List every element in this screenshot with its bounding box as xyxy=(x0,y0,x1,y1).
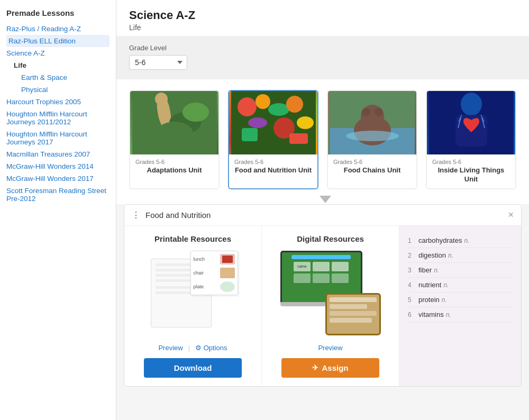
vocab-item: 4 nutrient n. xyxy=(408,278,513,293)
sidebar-item-physical[interactable]: Physical xyxy=(6,84,110,96)
sidebar-item-raz-plus[interactable]: Raz-Plus / Reading A-Z xyxy=(6,23,110,35)
digital-actions: Preview xyxy=(318,344,342,352)
vocab-item: 5 protein n. xyxy=(408,293,513,307)
book-info-food-chains: Grades 5-6 Food Chains Unit xyxy=(328,154,416,179)
sidebar-item-scott[interactable]: Scott Foresman Reading Street Pre-2012 xyxy=(6,185,110,205)
printable-actions: Preview | ⚙ Options xyxy=(158,344,227,352)
vocab-word: carbohydrates xyxy=(418,236,462,244)
svg-point-9 xyxy=(268,103,289,116)
drag-handle-icon[interactable]: ⋮ xyxy=(132,210,140,220)
gear-icon: ⚙ xyxy=(195,344,202,352)
arrow-indicator xyxy=(320,196,331,203)
page-subtitle: Life xyxy=(129,23,516,32)
vocab-num: 6 xyxy=(408,311,418,318)
vocab-pos: n. xyxy=(442,296,447,304)
svg-point-21 xyxy=(375,108,383,116)
book-card-food-nutrition[interactable]: Grades 5-6 Food and Nutrition Unit xyxy=(228,90,318,189)
digital-preview-link[interactable]: Preview xyxy=(318,344,342,352)
book-card-inside-living[interactable]: Grades 5-6 Inside Living Things Unit xyxy=(426,90,516,189)
vocab-word: nutrient xyxy=(418,281,441,289)
book-grade-4: Grades 5-6 xyxy=(432,159,510,165)
detail-title: Food and Nutrition xyxy=(145,211,508,220)
vocab-word: fiber xyxy=(418,266,432,274)
detail-header: ⋮ Food and Nutrition × xyxy=(124,205,521,226)
detail-panel: ⋮ Food and Nutrition × Printable Resourc… xyxy=(124,204,522,387)
vocab-pos: n. xyxy=(446,311,451,318)
download-button[interactable]: Download xyxy=(144,358,242,378)
vocab-item: 3 fiber n. xyxy=(408,263,513,278)
vocab-pos: n. xyxy=(464,237,469,244)
book-grade-3: Grades 5-6 xyxy=(333,159,411,165)
book-card-adaptations[interactable]: Grades 5-6 Adaptations Unit xyxy=(129,90,220,189)
assign-icon: ✈ xyxy=(312,363,318,372)
detail-body: Printable Resources xyxy=(124,226,521,386)
svg-point-5 xyxy=(156,122,193,145)
sidebar-item-hmh2011[interactable]: Houghton Mifflin Harcourt Journeys 2011/… xyxy=(6,108,110,128)
vocab-num: 5 xyxy=(408,296,418,304)
svg-point-10 xyxy=(286,96,303,113)
svg-rect-14 xyxy=(242,128,258,141)
vocab-num: 3 xyxy=(408,267,418,274)
svg-point-8 xyxy=(256,94,270,109)
vocabulary-col: 1 carbohydrates n. 2 digestion n. 3 fibe… xyxy=(399,226,521,386)
book-image-food-nutrition xyxy=(229,91,317,154)
main-content: Science A-Z Life Grade Level K-1 2-3 4 5… xyxy=(116,0,529,420)
vocab-pos: n. xyxy=(434,267,439,274)
svg-point-13 xyxy=(297,116,314,129)
main-header: Science A-Z Life xyxy=(116,0,529,36)
vocab-pos: n. xyxy=(448,252,453,259)
sidebar-item-harcourt[interactable]: Harcourt Trophies 2005 xyxy=(6,96,110,108)
assign-button[interactable]: ✈ Assign xyxy=(281,358,379,378)
vocab-word: digestion xyxy=(418,251,446,259)
close-icon[interactable]: × xyxy=(508,210,514,220)
book-info-inside-living: Grades 5-6 Inside Living Things Unit xyxy=(427,154,515,188)
svg-marker-30 xyxy=(320,196,331,203)
vocab-item: 1 carbohydrates n. xyxy=(408,233,513,248)
vocab-num: 2 xyxy=(408,252,418,259)
book-title-inside-living: Inside Living Things Unit xyxy=(432,166,510,184)
printable-preview-link[interactable]: Preview xyxy=(158,344,183,352)
book-card-food-chains[interactable]: Grades 5-6 Food Chains Unit xyxy=(327,90,417,189)
printable-preview-image: lunch chair plate xyxy=(148,251,238,335)
grade-select[interactable]: K-1 2-3 4 5-6 7-8 xyxy=(129,55,187,70)
page-title: Science A-Z xyxy=(129,8,516,22)
vocab-item: 6 vitamins n. xyxy=(408,307,513,322)
sidebar-item-science-az[interactable]: Science A-Z xyxy=(6,47,110,59)
svg-point-7 xyxy=(238,97,257,116)
book-title-food-nutrition: Food and Nutrition Unit xyxy=(234,166,312,175)
grade-section: Grade Level K-1 2-3 4 5-6 7-8 xyxy=(116,36,529,79)
svg-point-22 xyxy=(346,131,399,141)
sidebar-item-mcgraw2014[interactable]: McGraw-Hill Wonders 2014 xyxy=(6,160,110,172)
book-title-adaptations: Adaptations Unit xyxy=(135,166,213,175)
vocab-word: vitamins xyxy=(418,311,444,318)
book-image-adaptations xyxy=(130,91,218,154)
book-info-food-nutrition: Grades 5-6 Food and Nutrition Unit xyxy=(229,154,317,179)
sidebar-title: Premade Lessons xyxy=(6,8,110,17)
printable-col-title: Printable Resources xyxy=(154,234,231,243)
svg-point-24 xyxy=(461,93,482,116)
sidebar-item-raz-ell[interactable]: Raz-Plus ELL Edition xyxy=(6,35,110,47)
svg-point-4 xyxy=(183,103,209,122)
sidebar-item-macmillan[interactable]: Macmillan Treasures 2007 xyxy=(6,148,110,160)
book-image-food-chains xyxy=(328,91,416,154)
sidebar-item-mcgraw2017[interactable]: McGraw-Hill Wonders 2017 xyxy=(6,172,110,185)
books-row: Grades 5-6 Adaptations Unit xyxy=(129,90,516,189)
book-grade: Grades 5-6 xyxy=(135,159,213,165)
book-image-inside-living xyxy=(427,91,515,154)
sidebar-item-life: Life xyxy=(6,59,110,71)
sidebar-item-earth-space[interactable]: Earth & Space xyxy=(6,71,110,84)
digital-preview-image: name xyxy=(280,251,381,335)
vocab-pos: n. xyxy=(443,281,449,289)
books-section: Grades 5-6 Adaptations Unit xyxy=(116,79,529,195)
svg-point-2 xyxy=(155,93,168,105)
svg-point-19 xyxy=(361,105,384,128)
vocab-num: 1 xyxy=(408,237,418,244)
svg-point-11 xyxy=(248,117,267,128)
vocab-num: 4 xyxy=(408,281,418,289)
digital-col-title: Digital Resources xyxy=(297,234,364,243)
options-link[interactable]: ⚙ Options xyxy=(195,344,227,352)
book-info-adaptations: Grades 5-6 Adaptations Unit xyxy=(130,154,218,179)
svg-point-20 xyxy=(362,108,370,116)
sidebar-item-hmh2017[interactable]: Houghton Mifflin Harcourt Journeys 2017 xyxy=(6,128,110,148)
book-grade-2: Grades 5-6 xyxy=(234,159,312,165)
